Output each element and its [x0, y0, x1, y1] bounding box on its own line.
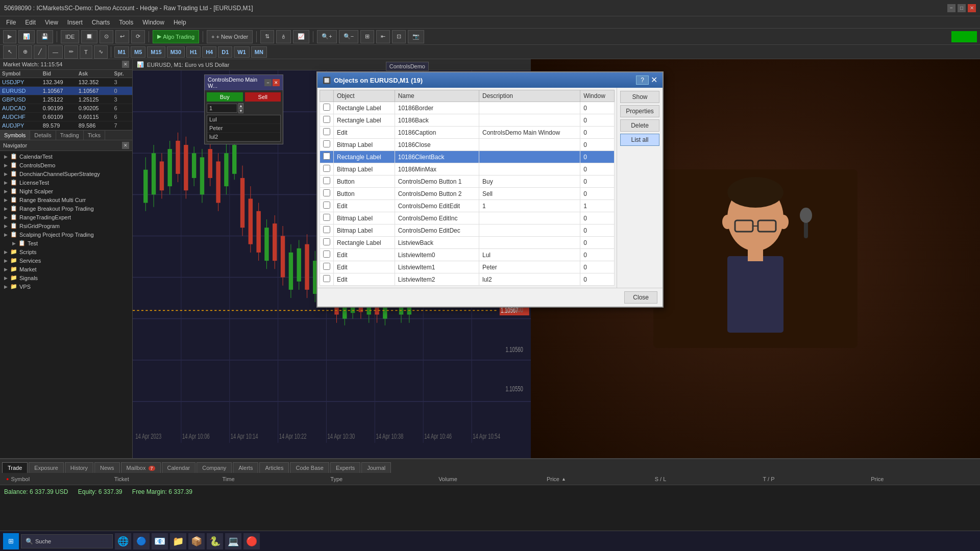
timeframe-m1[interactable]: M1 — [114, 46, 129, 58]
start-button[interactable]: ⊞ — [3, 533, 19, 549]
objects-table-row[interactable]: Button ControlsDemo Button 1 Buy 0 — [320, 176, 615, 188]
menu-view[interactable]: View — [41, 18, 62, 27]
objects-dialog-close-button[interactable]: ✕ — [651, 76, 657, 84]
toolbar-zoom-out[interactable]: 🔍− — [339, 30, 358, 43]
obj-row-check[interactable] — [320, 237, 334, 249]
toolbar-arrows[interactable]: ⇅ — [260, 30, 274, 43]
obj-row-check[interactable] — [320, 212, 334, 224]
fib-tool[interactable]: ∿ — [94, 45, 108, 59]
taskbar-app-store[interactable]: 📦 — [188, 533, 205, 549]
nav-item-donchianchannelsuperstrategy[interactable]: ▶ 📋 DonchianChannelSuperStrategy — [0, 169, 132, 178]
cd-input-field[interactable] — [207, 104, 237, 113]
tab-exposure[interactable]: Exposure — [29, 462, 63, 473]
nav-item-rangetradingexpert[interactable]: ▶ 📋 RangeTradingExpert — [0, 213, 132, 221]
market-watch-row[interactable]: GBPUSD 1.25122 1.25125 3 — [0, 95, 132, 104]
tab-codebase[interactable]: Code Base — [290, 462, 329, 473]
objects-table-row[interactable]: Edit ControlsDemo EditEdit 1 1 — [320, 200, 615, 212]
tab-trade[interactable]: Trade — [2, 462, 28, 473]
obj-row-check[interactable] — [320, 139, 334, 151]
nav-item-range-breakout-prop-trading[interactable]: ▶ 📋 Range Breakout Prop Trading — [0, 204, 132, 213]
text-tool[interactable]: T — [80, 45, 92, 59]
timeframe-h1[interactable]: H1 — [186, 46, 201, 58]
nav-item-vps[interactable]: ▶ 📁 VPS — [0, 282, 132, 291]
tab-company[interactable]: Company — [197, 462, 232, 473]
toolbar-b2[interactable]: ⊙ — [100, 30, 113, 43]
market-watch-row[interactable]: AUDCHF 0.60109 0.60115 6 — [0, 113, 132, 121]
controls-close[interactable]: ✕ — [273, 79, 280, 86]
objects-show-button[interactable]: Show — [620, 91, 659, 103]
obj-row-check[interactable] — [320, 249, 334, 261]
taskbar-app-browser[interactable]: 🌐 — [115, 533, 131, 549]
taskbar-app-python[interactable]: 🐍 — [207, 533, 223, 549]
toolbar-zoom-in[interactable]: 🔍+ — [317, 30, 336, 43]
market-watch-row[interactable]: EURUSD 1.10567 1.10567 0 — [0, 87, 132, 95]
minimize-button[interactable]: − — [947, 4, 955, 12]
tab-experts[interactable]: Experts — [330, 462, 360, 473]
market-watch-row[interactable]: AUDCAD 0.90199 0.90205 6 — [0, 104, 132, 113]
taskbar-app-terminal[interactable]: 💻 — [225, 533, 241, 549]
mw-tab-details[interactable]: Details — [30, 131, 56, 140]
tab-calendar[interactable]: Calendar — [162, 462, 196, 473]
cursor-tool[interactable]: ↖ — [3, 45, 17, 59]
objects-delete-button[interactable]: Delete — [620, 119, 659, 132]
obj-row-check[interactable] — [320, 102, 334, 114]
objects-list-all-button[interactable]: List all — [620, 134, 659, 146]
timeframe-m30[interactable]: M30 — [167, 46, 185, 58]
hline-tool[interactable]: — — [48, 45, 63, 59]
toolbar-save[interactable]: 💾 — [37, 30, 53, 43]
obj-row-check[interactable] — [320, 176, 334, 188]
timeframe-m15[interactable]: M15 — [147, 46, 165, 58]
taskbar-search-input[interactable] — [35, 538, 102, 544]
toolbar-b1[interactable]: 🔲 — [81, 30, 97, 43]
market-watch-row[interactable]: USDJPY 132.349 132.352 3 — [0, 78, 132, 87]
objects-close-button[interactable]: Close — [624, 291, 657, 304]
navigator-close[interactable]: ✕ — [122, 142, 129, 149]
objects-table-row[interactable]: Edit ListviewItem2 lul2 0 — [320, 273, 615, 286]
toolbar-ide[interactable]: IDE — [61, 30, 79, 43]
objects-table-row[interactable]: Bitmap Label 10186MinMax 0 — [320, 163, 615, 176]
toolbar-b5[interactable]: ⊡ — [392, 30, 406, 43]
cd-list-item-0[interactable]: Lul — [207, 115, 280, 124]
nav-item-services[interactable]: ▶ 📁 Services — [0, 256, 132, 265]
crosshair-tool[interactable]: ⊕ — [18, 45, 32, 59]
obj-row-check[interactable] — [320, 127, 334, 139]
objects-table-row[interactable]: Bitmap Label 10186Close 0 — [320, 139, 615, 151]
timeframe-mn[interactable]: MN — [251, 46, 267, 58]
nav-item-signals[interactable]: ▶ 📁 Signals — [0, 273, 132, 282]
controls-minimize[interactable]: − — [264, 79, 272, 86]
objects-table-row[interactable]: Rectangle Label 10186ClientBack 0 — [320, 151, 615, 163]
objects-table-row[interactable]: Edit 10186Caption ControlsDemo Main Wind… — [320, 127, 615, 139]
objects-properties-button[interactable]: Properties — [620, 105, 659, 117]
objects-table-row[interactable]: Rectangle Label 10186Back 0 — [320, 114, 615, 127]
nav-item-calendartest[interactable]: ▶ 📋 CalendarTest — [0, 152, 132, 161]
nav-item-test[interactable]: ▶ 📋 Test — [0, 239, 132, 247]
toolbar-candlestick[interactable]: 🕯 — [276, 30, 291, 43]
menu-tools[interactable]: Tools — [115, 18, 137, 27]
nav-item-range-breakout-multi-curr[interactable]: ▶ 📋 Range Breakout Multi Curr — [0, 195, 132, 204]
menu-edit[interactable]: Edit — [21, 18, 40, 27]
nav-item-scalping-project-prop-trading[interactable]: ▶ 📋 Scalping Project Prop Trading — [0, 230, 132, 239]
toolbar-b4[interactable]: ⟳ — [131, 30, 145, 43]
objects-dialog-header[interactable]: 🔲 Objects on EURUSD,M1 (19) ? ✕ — [317, 72, 663, 88]
toolbar-arrow[interactable]: ▶ — [3, 30, 16, 43]
tab-journal[interactable]: Journal — [361, 462, 391, 473]
timeframe-m5[interactable]: M5 — [131, 46, 145, 58]
tab-history[interactable]: History — [65, 462, 93, 473]
toolbar-b6[interactable]: 📷 — [408, 30, 424, 43]
new-order-button[interactable]: + + New Order — [207, 30, 253, 43]
taskbar-app-folder[interactable]: 📁 — [170, 533, 186, 549]
obj-row-check[interactable] — [320, 273, 334, 286]
nav-item-scripts[interactable]: ▶ 📁 Scripts — [0, 247, 132, 256]
tab-mailbox[interactable]: Mailbox 7 — [121, 462, 161, 473]
cd-list-item-1[interactable]: Peter — [207, 124, 280, 133]
toolbar-grid[interactable]: ⊞ — [360, 30, 374, 43]
obj-row-check[interactable] — [320, 114, 334, 127]
maximize-button[interactable]: □ — [958, 4, 966, 12]
obj-row-check[interactable] — [320, 151, 334, 163]
cd-decrement[interactable]: ▼ — [238, 108, 243, 113]
nav-item-market[interactable]: ▶ 📁 Market — [0, 265, 132, 273]
tab-news[interactable]: News — [94, 462, 120, 473]
market-watch-close[interactable]: ✕ — [122, 61, 129, 68]
objects-table-row[interactable]: Edit ListviewItem1 Peter 0 — [320, 261, 615, 273]
cd-sell-button[interactable]: Sell — [245, 92, 281, 102]
